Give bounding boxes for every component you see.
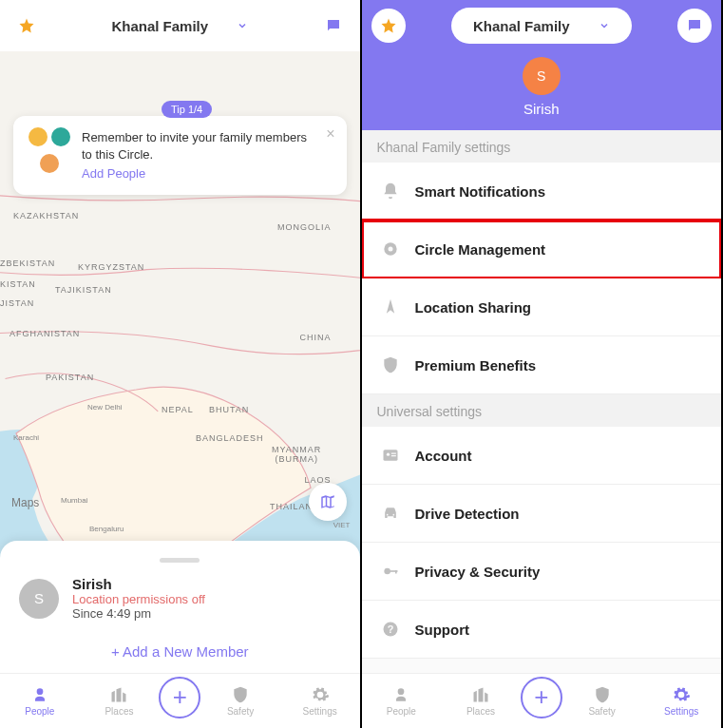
circle-switcher[interactable]: Khanal Family [89, 8, 270, 44]
map-label: MYANMAR (BURMA) [272, 445, 321, 464]
map-label: MONGOLIA [277, 222, 332, 232]
row-privacy-security[interactable]: Privacy & Security [362, 543, 722, 601]
add-people-link[interactable]: Add People [82, 166, 145, 181]
map-screen: Khanal Family Tip 1/4 Remember to invite… [0, 0, 362, 728]
nav-places[interactable]: Places [441, 685, 521, 717]
svg-text:?: ? [387, 623, 393, 635]
map-icon [319, 493, 336, 510]
chat-button[interactable] [677, 9, 712, 43]
member-since: Since 4:49 pm [72, 606, 205, 621]
map-label: KYRGYZSTAN [78, 262, 144, 272]
row-label: Privacy & Security [415, 564, 541, 580]
drag-handle[interactable] [160, 558, 200, 563]
person-pin-icon [391, 685, 410, 704]
row-account[interactable]: Account [362, 427, 722, 485]
maps-attribution: Maps [11, 496, 39, 509]
circle-name: Khanal Family [111, 18, 208, 34]
svg-point-11 [384, 568, 390, 575]
map-city: Mumbai [61, 496, 87, 505]
gear-icon [672, 685, 691, 704]
star-icon [380, 17, 397, 34]
row-label: Account [415, 448, 472, 464]
map-label: KISTAN [0, 279, 36, 289]
settings-list[interactable]: Khanal Family settings Smart Notificatio… [362, 130, 722, 728]
shield-icon [593, 685, 612, 704]
row-premium-benefits[interactable]: Premium Benefits [362, 336, 722, 394]
map-label: JISTAN [0, 298, 34, 308]
car-icon [381, 504, 400, 523]
key-icon [381, 562, 400, 581]
nav-places[interactable]: Places [80, 685, 160, 717]
circle-switcher[interactable]: Khanal Family [451, 8, 632, 44]
nav-settings[interactable]: Settings [641, 685, 721, 717]
people-sheet[interactable]: S Sirish Location permissions off Since … [0, 541, 360, 673]
chevron-down-icon [237, 20, 248, 31]
row-smart-notifications[interactable]: Smart Notifications [362, 163, 722, 220]
svg-point-10 [392, 514, 394, 516]
svg-rect-13 [395, 570, 397, 573]
nav-people[interactable]: People [362, 685, 442, 717]
map-label: ZBEKISTAN [0, 259, 55, 268]
tip-card: Remember to invite your family members t… [13, 116, 347, 195]
map-label: CHINA [299, 333, 331, 342]
nav-people[interactable]: People [0, 685, 80, 717]
row-label: Circle Management [415, 241, 546, 258]
map-label: BANGLADESH [196, 433, 264, 443]
chat-icon [325, 17, 342, 34]
nav-add-button[interactable]: + [159, 677, 200, 718]
row-location-sharing[interactable]: Location Sharing [362, 278, 722, 336]
svg-point-2 [36, 688, 43, 695]
chat-icon [686, 17, 703, 34]
bottom-nav: People Places + Safety Settings [0, 673, 360, 728]
shield-icon [381, 355, 400, 374]
user-name: Sirish [523, 101, 560, 117]
tip-text: Remember to invite your family members t… [82, 129, 313, 163]
map-city: New Delhi [87, 403, 122, 412]
question-icon: ? [381, 620, 400, 639]
section-header-circle: Khanal Family settings [362, 130, 722, 163]
circle-icon [381, 239, 400, 259]
nav-settings[interactable]: Settings [280, 685, 360, 717]
shield-icon [231, 685, 250, 704]
row-drive-detection[interactable]: Drive Detection [362, 485, 722, 543]
member-row[interactable]: S Sirish Location permissions off Since … [19, 576, 341, 621]
member-warning: Location permissions off [72, 592, 205, 606]
chat-button[interactable] [316, 9, 351, 43]
svg-rect-8 [390, 455, 395, 456]
gear-icon [311, 685, 330, 704]
svg-point-6 [386, 453, 389, 456]
svg-point-9 [386, 514, 388, 516]
settings-header: Khanal Family S Sirish [362, 0, 722, 130]
avatar: S [19, 579, 59, 619]
map-label: NEPAL [162, 405, 194, 414]
row-label: Location Sharing [415, 299, 532, 316]
nav-add-button[interactable]: + [521, 677, 562, 718]
avatar[interactable]: S [523, 57, 561, 95]
recenter-button[interactable] [309, 483, 347, 521]
map-city: VIET [333, 521, 351, 529]
settings-screen: Khanal Family S Sirish Khanal Family set… [362, 0, 724, 728]
member-name: Sirish [72, 576, 205, 592]
map-label: BHUTAN [209, 405, 249, 414]
row-support[interactable]: ? Support [362, 601, 722, 659]
map[interactable]: Tip 1/4 Remember to invite your family m… [0, 51, 360, 728]
id-card-icon [381, 446, 400, 465]
premium-badge[interactable] [10, 9, 44, 43]
row-circle-management[interactable]: Circle Management [362, 220, 722, 278]
nav-safety[interactable]: Safety [562, 685, 642, 717]
building-icon [109, 685, 128, 704]
nav-safety[interactable]: Safety [200, 685, 280, 717]
close-icon[interactable]: × [326, 125, 334, 143]
row-label: Drive Detection [415, 506, 520, 522]
map-label: AFGHANISTAN [10, 329, 80, 338]
person-pin-icon [30, 685, 49, 704]
svg-rect-7 [390, 453, 395, 454]
row-label: Premium Benefits [415, 357, 537, 374]
top-bar: Khanal Family [362, 0, 722, 51]
map-city: Bengaluru [89, 525, 124, 533]
add-member-button[interactable]: + Add a New Member [19, 638, 341, 665]
section-header-universal: Universal settings [362, 394, 722, 427]
bottom-nav: People Places + Safety Settings [362, 673, 722, 728]
premium-badge[interactable] [371, 9, 406, 43]
row-label: Smart Notifications [415, 183, 546, 200]
